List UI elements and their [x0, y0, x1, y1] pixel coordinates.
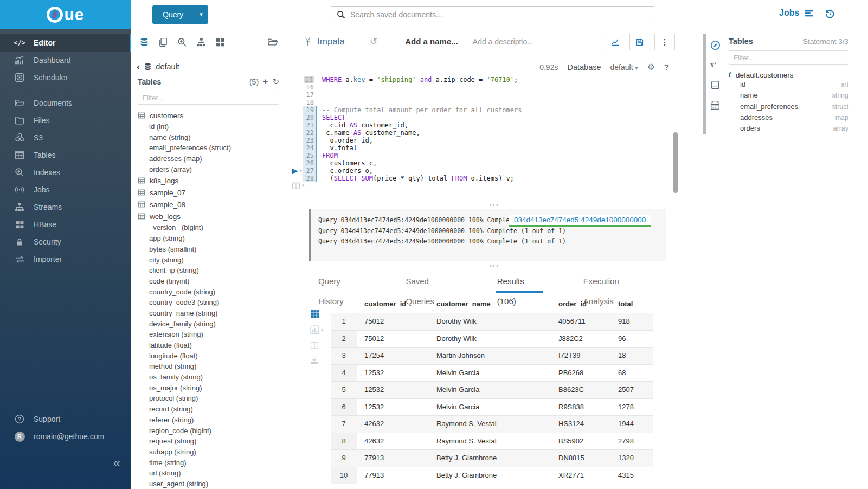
column-item[interactable]: request (string) — [138, 436, 286, 447]
jobs-link[interactable]: Jobs — [779, 8, 813, 18]
column-header-customer_id[interactable]: customer_id — [357, 300, 429, 308]
jobs-label[interactable]: Jobs — [779, 8, 799, 18]
refresh-icon[interactable]: ↻ — [272, 77, 279, 87]
column-item[interactable]: app (string) — [138, 233, 286, 244]
editor-scrollbar[interactable] — [673, 132, 678, 193]
column-item[interactable]: email_preferences (struct) — [138, 143, 286, 153]
current-database[interactable]: default — [156, 62, 179, 71]
folder-open-icon[interactable] — [267, 37, 278, 47]
global-search[interactable] — [331, 6, 654, 23]
chart-view-icon[interactable]: ▾ — [310, 325, 324, 334]
column-item[interactable]: latitude (float) — [138, 340, 286, 351]
language-reference-icon[interactable] — [710, 80, 720, 90]
tab-query-history[interactable]: Query History — [317, 271, 365, 293]
search-plus-icon[interactable] — [177, 37, 187, 47]
columns-view-icon[interactable] — [310, 341, 319, 350]
column-item[interactable]: method (string) — [138, 361, 286, 372]
tab-execution-analysis[interactable]: Execution Analysis — [582, 271, 647, 293]
table-item-sample_07[interactable]: sample_07 — [138, 186, 286, 198]
column-item[interactable]: longitude (float) — [138, 351, 286, 362]
table-item-k8s_logs[interactable]: k8s_logs — [138, 175, 286, 186]
tab-results-106-[interactable]: Results (106) — [496, 271, 543, 293]
info-icon[interactable]: i — [729, 70, 731, 79]
plus-icon[interactable]: + — [263, 77, 268, 87]
compass-icon[interactable] — [710, 40, 721, 50]
column-name[interactable]: addresses — [740, 112, 773, 123]
sidebar-item-scheduler[interactable]: Scheduler — [0, 69, 131, 86]
sidebar-item-documents[interactable]: Documents — [0, 94, 131, 112]
column-item[interactable]: country_code3 (string) — [138, 297, 286, 308]
download-icon[interactable] — [310, 356, 318, 364]
main-scrollbar[interactable] — [703, 34, 706, 134]
chart-button[interactable] — [605, 34, 625, 50]
column-item[interactable]: country_code (string) — [138, 287, 286, 298]
column-item[interactable]: user_agent (string) — [138, 479, 286, 489]
column-item[interactable]: orders (array) — [138, 164, 286, 175]
right-filter[interactable] — [729, 50, 848, 65]
column-item[interactable]: subapp (string) — [138, 447, 286, 458]
column-header-customer_name[interactable]: customer_name — [429, 300, 551, 308]
collapse-sidebar-icon[interactable]: « — [113, 455, 120, 471]
tab-saved-queries[interactable]: Saved Queries — [404, 271, 456, 293]
more-actions-button[interactable]: ⋮ — [654, 34, 675, 50]
sidebar-item-security[interactable]: Security — [0, 233, 131, 250]
column-header-order_id[interactable]: order_id — [551, 300, 610, 308]
sidebar-item-indexes[interactable]: Indexes — [0, 164, 131, 181]
column-item[interactable]: os_family (string) — [138, 372, 286, 383]
column-name[interactable]: orders — [740, 123, 760, 134]
sidebar-item-hbase[interactable]: HBase — [0, 216, 131, 233]
database-dropdown[interactable]: default ▾ — [610, 63, 638, 72]
sidebar-item-files[interactable]: Files — [0, 112, 131, 129]
hue-logo[interactable]: ue — [0, 0, 131, 29]
databases-icon[interactable] — [139, 37, 149, 47]
sidebar-item-dashboard[interactable]: Dashboard — [0, 52, 131, 69]
superscript-icon[interactable]: x² — [710, 61, 716, 69]
snippet-history-icon[interactable]: ↺ — [370, 36, 377, 47]
column-item[interactable]: record (string) — [138, 404, 286, 415]
right-filter-input[interactable] — [729, 50, 848, 65]
resize-handle[interactable]: ••• — [286, 203, 703, 207]
column-item[interactable]: device_family (string) — [138, 319, 286, 330]
apps-grid-icon[interactable] — [215, 37, 225, 47]
column-item[interactable]: extension (string) — [138, 329, 286, 340]
column-item[interactable]: region_code (bigint) — [138, 426, 286, 436]
documents-copy-icon[interactable] — [158, 37, 168, 47]
chevron-down-icon[interactable]: ▾ — [194, 5, 208, 24]
column-item[interactable]: referer (string) — [138, 415, 286, 426]
query-button[interactable]: Query ▾ — [152, 5, 208, 24]
column-item[interactable]: url (string) — [138, 468, 286, 479]
sidebar-item-s3[interactable]: S3 — [0, 129, 131, 146]
tables-filter[interactable] — [138, 91, 279, 105]
active-table-name[interactable]: default.customers — [736, 71, 794, 79]
column-header-total[interactable]: total — [610, 300, 653, 308]
column-item[interactable]: _version_ (bigint) — [138, 222, 286, 233]
sidebar-item-user[interactable]: R romain@gethue.com — [0, 428, 131, 445]
back-chevron-icon[interactable]: ‹ — [137, 63, 140, 70]
help-icon[interactable]: ? — [664, 62, 669, 72]
column-item[interactable]: id (int) — [138, 121, 286, 132]
column-item[interactable]: city (string) — [138, 255, 286, 266]
column-name[interactable]: name — [740, 90, 758, 101]
save-button[interactable] — [629, 34, 650, 50]
column-item[interactable]: addresses (map) — [138, 153, 286, 164]
query-name-field[interactable]: Add a name... — [405, 37, 458, 46]
resize-handle[interactable]: ••• — [286, 263, 703, 268]
column-item[interactable]: os_major (string) — [138, 383, 286, 394]
sidebar-item-tables[interactable]: Tables — [0, 146, 131, 164]
column-item[interactable]: client_ip (string) — [138, 265, 286, 276]
presentation-mode-button[interactable]: ▾ — [292, 182, 305, 189]
sitemap-icon[interactable] — [196, 37, 206, 47]
column-item[interactable]: name (string) — [138, 132, 286, 143]
query-description-field[interactable]: Add a descriptio... — [473, 37, 533, 46]
calendar-icon[interactable] — [710, 100, 720, 110]
query-history-icon[interactable] — [824, 9, 835, 20]
sidebar-item-editor[interactable]: </>Editor — [0, 34, 131, 52]
engine-name[interactable]: Impala — [317, 36, 345, 47]
sidebar-item-jobs[interactable]: Jobs — [0, 181, 131, 198]
column-item[interactable]: code (tinyint) — [138, 276, 286, 287]
table-item-web_logs[interactable]: web_logs — [138, 210, 286, 222]
settings-gear-icon[interactable]: ⚙ — [647, 62, 654, 72]
query-button-label[interactable]: Query — [152, 5, 194, 24]
column-item[interactable]: country_name (string) — [138, 308, 286, 319]
table-item-sample_08[interactable]: sample_08 — [138, 198, 286, 210]
